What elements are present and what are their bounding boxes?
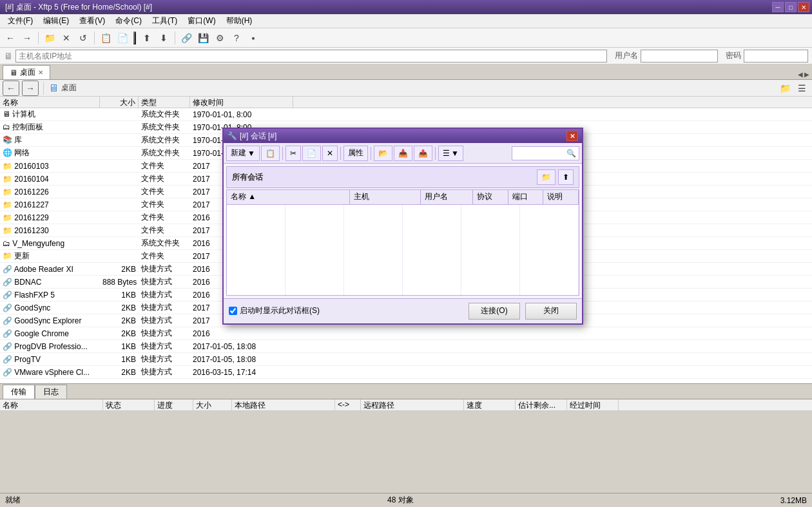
addr-icon: 🖥 [4, 51, 13, 61]
session-col-host[interactable]: 主机 [350, 190, 420, 204]
file-name-cell: 📁 20161226 [0, 187, 100, 197]
maximize-button[interactable]: □ [785, 2, 797, 12]
menu-file[interactable]: 文件(F) [3, 14, 38, 28]
table-row[interactable]: 🔗 VMware vSphere Cl... 2KB 快捷方式 2016-03-… [0, 366, 812, 379]
table-row[interactable]: 🖥 计算机 系统文件夹 1970-01-01, 8:00 [0, 108, 812, 121]
startup-checkbox-label[interactable]: 启动时显示此对话框(S) [229, 305, 320, 316]
dialog-export-btn[interactable]: 📤 [414, 146, 432, 161]
menu-edit[interactable]: 编辑(E) [38, 14, 74, 28]
connect-btn[interactable]: 🔗 [179, 30, 194, 46]
session-upload-btn[interactable]: ⬆ [558, 169, 574, 185]
col-header-date[interactable]: 修改时间 [190, 97, 293, 108]
minimize-button[interactable]: ─ [772, 2, 784, 12]
settings-btn[interactable]: ⚙ [212, 30, 227, 46]
close-dialog-button[interactable]: 关闭 [525, 303, 577, 320]
back-path-btn[interactable]: ← [3, 81, 19, 96]
session-col-note[interactable]: 说明 [543, 190, 579, 204]
password-input[interactable] [744, 50, 808, 62]
help-btn[interactable]: ? [229, 30, 244, 46]
table-row[interactable]: 🔗 Google Chrome 2KB 快捷方式 2016 [0, 327, 812, 340]
session-row[interactable] [227, 218, 579, 231]
toolbar-separator-2 [94, 32, 95, 44]
host-input[interactable] [15, 50, 607, 62]
session-btn[interactable]: 💾 [195, 30, 211, 46]
new-folder-btn[interactable]: 📁 [777, 81, 793, 96]
refresh-btn[interactable]: ↺ [75, 30, 91, 46]
tab-scroll-left[interactable]: ◀ [798, 71, 803, 78]
dialog-paste-btn[interactable]: 📄 [302, 146, 321, 161]
dialog-new-btn[interactable]: 新建 ▼ [226, 146, 260, 161]
file-type-cell: 系统文件夹 [139, 121, 190, 133]
session-col-port[interactable]: 端口 [508, 190, 543, 204]
forward-path-btn[interactable]: → [22, 81, 39, 96]
table-row[interactable]: 🔗 ProgTV 1KB 快捷方式 2017-01-05, 18:08 [0, 353, 812, 366]
dialog-search-input[interactable] [515, 149, 566, 158]
dialog-delete-btn[interactable]: ✕ [322, 146, 338, 161]
folder-icon-btn[interactable]: 📁 [42, 30, 57, 46]
connect-button[interactable]: 连接(O) [469, 303, 520, 320]
copy-btn[interactable]: 📋 [98, 30, 113, 46]
session-col-user[interactable]: 用户名 [420, 190, 473, 204]
menu-command[interactable]: 命令(C) [110, 14, 147, 28]
tab-scroll-right[interactable]: ▶ [804, 71, 809, 78]
dialog-cut-btn[interactable]: ✂ [285, 146, 301, 161]
back-button[interactable]: ← [3, 30, 18, 46]
col-header-name[interactable]: 名称 [0, 97, 100, 108]
file-name-cell: 🔗 FlashFXP 5 [0, 290, 100, 300]
startup-checkbox[interactable] [229, 307, 237, 315]
col-header-type[interactable]: 类型 [139, 97, 190, 108]
upload-btn[interactable]: ⬆ [139, 30, 155, 46]
session-folder-btn[interactable]: 📁 [537, 169, 556, 185]
download-btn[interactable]: ⬇ [156, 30, 171, 46]
session-row[interactable] [227, 282, 579, 295]
tab-log[interactable]: 日志 [35, 385, 67, 399]
delete-btn[interactable]: ✕ [59, 30, 74, 46]
dialog-folder-btn[interactable]: 📂 [374, 146, 392, 161]
tab-close-btn[interactable]: ✕ [38, 69, 43, 76]
dialog-import-btn[interactable]: 📥 [394, 146, 412, 161]
file-icon: 🔗 [3, 355, 12, 364]
trans-col-arrow: <-> [335, 399, 361, 410]
path-bar: ← → 🖥 桌面 📁 ☰ [0, 80, 812, 97]
dialog-close-btn[interactable]: ✕ [566, 131, 578, 141]
file-name-cell: 🔗 GoodSync Explorer [0, 316, 100, 326]
dialog-copy-icon-btn[interactable]: 📋 [261, 146, 280, 161]
file-name-cell: 🌐 网络 [0, 147, 100, 159]
menu-help[interactable]: 帮助(H) [221, 14, 258, 28]
file-name-cell: 🗂 V_Mengyufeng [0, 238, 100, 249]
file-type-cell: 文件夹 [139, 186, 190, 198]
new-dropdown-arrow[interactable]: ▼ [247, 149, 255, 158]
extra-btn[interactable]: ▪ [246, 30, 261, 46]
col-header-size[interactable]: 大小 [100, 97, 139, 108]
file-icon: 🖥 [3, 110, 10, 119]
view-toggle-btn[interactable]: ☰ [794, 81, 809, 96]
file-name-cell: 🗂 控制面板 [0, 121, 100, 133]
file-name-cell: 📁 20161227 [0, 200, 100, 210]
dialog-view-btn[interactable]: ☰▼ [438, 146, 463, 161]
table-row[interactable]: 🔗 ProgDVB Professio... 1KB 快捷方式 2017-01-… [0, 340, 812, 353]
file-name-cell: 🔗 BDNAC [0, 277, 100, 287]
session-row[interactable] [227, 269, 579, 282]
file-name-cell: 🖥 计算机 [0, 108, 100, 120]
tab-transfer[interactable]: 传输 [3, 385, 35, 399]
file-type-cell: 系统文件夹 [139, 134, 190, 146]
session-row[interactable] [227, 256, 579, 269]
file-icon: 📁 [3, 226, 12, 235]
tab-desktop[interactable]: 🖥 桌面 ✕ [3, 65, 50, 79]
paste-btn[interactable]: 📄 [115, 30, 130, 46]
file-name-cell: 📁 20160104 [0, 174, 100, 184]
menu-tools[interactable]: 工具(T) [147, 14, 182, 28]
session-row[interactable] [227, 244, 579, 256]
menu-bar: 文件(F) 编辑(E) 查看(V) 命令(C) 工具(T) 窗口(W) 帮助(H… [0, 14, 812, 28]
session-row[interactable] [227, 231, 579, 244]
forward-button[interactable]: → [19, 30, 35, 46]
close-button[interactable]: ✕ [798, 2, 809, 12]
dialog-properties-btn[interactable]: 属性 [343, 146, 368, 161]
file-size-cell [100, 166, 139, 167]
menu-window[interactable]: 窗口(W) [182, 14, 220, 28]
session-row[interactable] [227, 205, 579, 218]
session-col-protocol[interactable]: 协议 [473, 190, 508, 204]
username-input[interactable] [641, 50, 718, 62]
menu-view[interactable]: 查看(V) [74, 14, 110, 28]
session-col-name[interactable]: 名称 ▲ [227, 190, 350, 204]
